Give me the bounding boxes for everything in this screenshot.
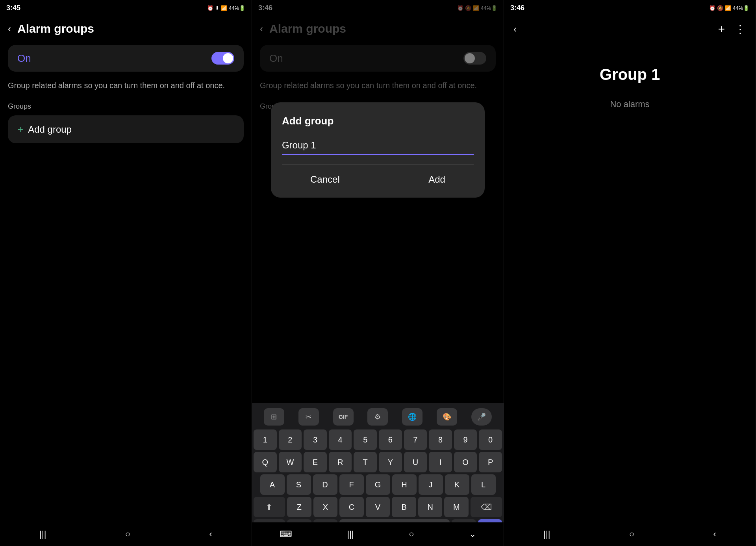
add-group-dialog: Add group Cancel Add (271, 102, 485, 198)
panel-3: 3:46 ⏰ 🔕 📶 44%🔋 ‹ + ⋮ Group 1 No alarms … (504, 0, 756, 546)
panel-2: 3:46 ⏰ 🔕 📶 44%🔋 ‹ Alarm groups On Group … (252, 0, 504, 546)
key-0[interactable]: 0 (479, 429, 502, 450)
dialog-divider (384, 169, 384, 190)
key-b[interactable]: B (392, 497, 416, 517)
toggle-row-1: On (8, 45, 244, 72)
panel3-nav-right: + ⋮ (718, 22, 746, 36)
toggle-label-1: On (17, 52, 31, 65)
back-button-3[interactable]: ‹ (513, 24, 517, 35)
group-name-input[interactable] (282, 137, 474, 155)
dialog-actions: Cancel Add (282, 164, 474, 190)
more-options-button[interactable]: ⋮ (734, 22, 746, 36)
home-icon-3[interactable]: ○ (629, 529, 634, 539)
groups-label-1: Groups (0, 96, 252, 114)
settings-icon[interactable]: ⚙ (367, 408, 388, 426)
recent-apps-icon-1[interactable]: ||| (39, 529, 46, 539)
cancel-button[interactable]: Cancel (298, 169, 352, 190)
key-r[interactable]: R (329, 452, 352, 472)
mute-icon-3: 🔕 (717, 5, 723, 11)
key-9[interactable]: 9 (454, 429, 477, 450)
key-c[interactable]: C (339, 497, 364, 517)
plus-icon-1: + (17, 123, 23, 135)
key-j[interactable]: J (419, 474, 443, 495)
add-button[interactable]: Add (416, 169, 458, 190)
status-bar-3: 3:46 ⏰ 🔕 📶 44%🔋 (504, 0, 756, 16)
key-e[interactable]: E (304, 452, 327, 472)
key-y[interactable]: Y (379, 452, 402, 472)
key-w[interactable]: W (279, 452, 302, 472)
wifi-icon: 📶 (221, 5, 227, 11)
keyboard-apps-icon[interactable]: ⊞ (264, 408, 284, 426)
key-z[interactable]: Z (287, 497, 311, 517)
keyboard-zxcv-row: ⬆ Z X C V B N M ⌫ (254, 497, 502, 517)
chevron-down-icon[interactable]: ⌄ (469, 529, 476, 539)
recent-apps-icon-3[interactable]: ||| (543, 529, 550, 539)
key-6[interactable]: 6 (379, 429, 402, 450)
back-button-1[interactable]: ‹ (8, 23, 11, 34)
wifi-icon-3: 📶 (725, 5, 731, 11)
key-t[interactable]: T (354, 452, 377, 472)
key-a[interactable]: A (260, 474, 285, 495)
clipboard-icon[interactable]: ✂ (298, 408, 319, 426)
key-g[interactable]: G (366, 474, 390, 495)
time-1: 3:45 (6, 4, 20, 12)
key-s[interactable]: S (287, 474, 311, 495)
key-8[interactable]: 8 (429, 429, 452, 450)
toggle-knob-1 (223, 53, 233, 63)
key-2[interactable]: 2 (279, 429, 302, 450)
add-group-button-1[interactable]: + Add group (8, 115, 244, 143)
key-x[interactable]: X (313, 497, 338, 517)
dialog-input-wrap (282, 137, 474, 155)
key-4[interactable]: 4 (329, 429, 352, 450)
page-header-1: ‹ Alarm groups (0, 16, 252, 42)
battery-icon-3: 44%🔋 (733, 5, 749, 11)
status-icons-1: ⏰ ⬇ 📶 44%🔋 (207, 5, 245, 11)
key-m[interactable]: M (444, 497, 469, 517)
group1-title: Group 1 (504, 42, 756, 91)
key-5[interactable]: 5 (354, 429, 377, 450)
key-v[interactable]: V (366, 497, 390, 517)
key-d[interactable]: D (313, 474, 337, 495)
themes-icon[interactable]: 🎨 (437, 408, 457, 426)
download-icon: ⬇ (215, 5, 219, 11)
shift-key[interactable]: ⬆ (254, 497, 285, 517)
key-n[interactable]: N (418, 497, 443, 517)
gif-button[interactable]: GIF (333, 408, 354, 426)
home-icon-1[interactable]: ○ (125, 529, 130, 539)
back-nav-icon-3[interactable]: ‹ (713, 529, 716, 539)
keyboard-icon[interactable]: ⌨ (280, 529, 292, 539)
key-o[interactable]: O (454, 452, 477, 472)
add-group-label-1: Add group (28, 124, 72, 135)
key-h[interactable]: H (392, 474, 417, 495)
page-title-1: Alarm groups (17, 22, 94, 35)
key-3[interactable]: 3 (304, 429, 327, 450)
time-3: 3:46 (510, 4, 524, 12)
key-k[interactable]: K (445, 474, 469, 495)
bottom-nav-3: ||| ○ ‹ (504, 522, 756, 546)
home-icon-2[interactable]: ○ (409, 529, 414, 539)
bottom-nav-2: ⌨ ||| ○ ⌄ (252, 522, 504, 546)
key-1[interactable]: 1 (254, 429, 277, 450)
add-alarm-button[interactable]: + (718, 22, 725, 36)
recent-apps-icon-2[interactable]: ||| (347, 529, 354, 539)
keyboard-qwerty-row: Q W E R T Y U I O P (254, 452, 502, 472)
translate-icon[interactable]: 🌐 (402, 408, 422, 426)
key-l[interactable]: L (471, 474, 496, 495)
key-q[interactable]: Q (254, 452, 277, 472)
key-i[interactable]: I (429, 452, 452, 472)
key-7[interactable]: 7 (404, 429, 427, 450)
key-p[interactable]: P (479, 452, 502, 472)
panel3-nav-left: ‹ (513, 24, 517, 35)
backspace-key[interactable]: ⌫ (471, 497, 502, 517)
key-u[interactable]: U (404, 452, 427, 472)
toggle-switch-1[interactable] (211, 52, 234, 65)
key-f[interactable]: F (339, 474, 364, 495)
keyboard-toolbar: ⊞ ✂ GIF ⚙ 🌐 🎨 🎤 (254, 406, 502, 428)
panel3-header: ‹ + ⋮ (504, 16, 756, 42)
status-bar-1: 3:45 ⏰ ⬇ 📶 44%🔋 (0, 0, 252, 16)
bottom-nav-1: ||| ○ ‹ (0, 522, 252, 546)
status-icons-3: ⏰ 🔕 📶 44%🔋 (709, 5, 749, 11)
battery-icon: 44%🔋 (229, 5, 245, 11)
back-nav-icon-1[interactable]: ‹ (209, 529, 212, 539)
mic-icon[interactable]: 🎤 (471, 408, 492, 426)
